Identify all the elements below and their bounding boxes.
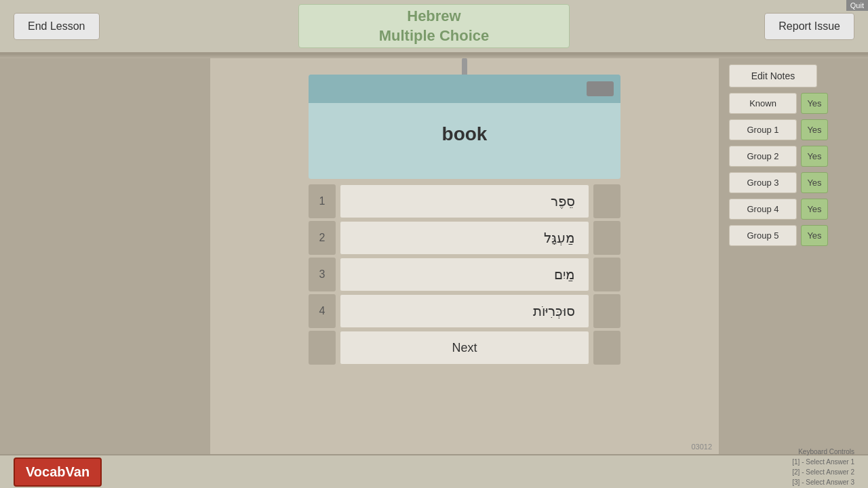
answer-row-2: 2 מַעְגָּל [309, 221, 620, 255]
question-word: book [309, 103, 620, 179]
group-3-button[interactable]: Group 3 [729, 172, 797, 193]
answer-number-1: 1 [309, 184, 336, 218]
answer-number-3: 3 [309, 258, 336, 291]
next-side-left [309, 331, 336, 365]
group-2-button[interactable]: Group 2 [729, 146, 797, 167]
top-separator [0, 54, 868, 58]
card-toggle-button[interactable] [587, 81, 614, 96]
vocabvan-logo: VocabVan [14, 458, 102, 487]
keyboard-line1: [1] - Select Answer 1 [792, 457, 854, 467]
group-4-row: Group 4 Yes [729, 199, 858, 220]
next-row: Next [309, 331, 620, 365]
group-1-row: Group 1 Yes [729, 119, 858, 140]
report-issue-button[interactable]: Report Issue [764, 13, 854, 40]
keyboard-line2: [2] - Select Answer 2 [792, 467, 854, 477]
title-box: Hebrew Multiple Choice [298, 4, 570, 48]
group-2-yes-button[interactable]: Yes [801, 146, 828, 167]
card-code: 03012 [691, 443, 712, 451]
center-content: book 1 סֵפֶר 2 מַעְגָּל 3 מַיִם 4 סוּכְּ [210, 54, 719, 454]
next-side-right [593, 331, 620, 365]
end-lesson-button[interactable]: End Lesson [14, 13, 100, 40]
group-5-row: Group 5 Yes [729, 225, 858, 246]
group-3-yes-button[interactable]: Yes [801, 172, 828, 193]
answer-button-1[interactable]: סֵפֶר [340, 184, 589, 218]
group-2-row: Group 2 Yes [729, 146, 858, 167]
page-title: Hebrew Multiple Choice [379, 7, 490, 45]
known-row: Known Yes [729, 93, 858, 114]
question-card-header [309, 75, 620, 103]
right-sidebar: Edit Notes Known Yes Group 1 Yes Group 2… [719, 54, 868, 454]
answer-button-4[interactable]: סוּכְּרִיּוֹת [340, 294, 589, 328]
answer-side-1 [593, 184, 620, 218]
answer-side-4 [593, 294, 620, 328]
edit-notes-button[interactable]: Edit Notes [729, 64, 817, 87]
known-button[interactable]: Known [729, 93, 797, 114]
answer-button-3[interactable]: מַיִם [340, 258, 589, 291]
group-1-yes-button[interactable]: Yes [801, 119, 828, 140]
known-yes-button[interactable]: Yes [801, 93, 828, 114]
group-5-button[interactable]: Group 5 [729, 225, 797, 246]
answer-row-3: 3 מַיִם [309, 258, 620, 291]
group-5-yes-button[interactable]: Yes [801, 225, 828, 246]
group-4-yes-button[interactable]: Yes [801, 199, 828, 220]
answers-container: 1 סֵפֶר 2 מַעְגָּל 3 מַיִם 4 סוּכְּרִיּו… [309, 184, 620, 328]
keyboard-line3: [3] - Select Answer 3 [792, 477, 854, 487]
answer-number-4: 4 [309, 294, 336, 328]
quit-button[interactable]: Quit [846, 0, 868, 11]
group-4-button[interactable]: Group 4 [729, 199, 797, 220]
main-area: book 1 סֵפֶר 2 מַעְגָּל 3 מַיִם 4 סוּכְּ [0, 54, 868, 454]
answer-side-3 [593, 258, 620, 291]
bottom-bar: VocabVan Keyboard Controls [1] - Select … [0, 454, 868, 488]
keyboard-controls: Keyboard Controls [1] - Select Answer 1 … [792, 447, 854, 489]
answer-side-2 [593, 221, 620, 255]
group-3-row: Group 3 Yes [729, 172, 858, 193]
group-1-button[interactable]: Group 1 [729, 119, 797, 140]
answer-row-1: 1 סֵפֶר [309, 184, 620, 218]
left-sidebar [0, 54, 210, 454]
next-button[interactable]: Next [340, 331, 589, 365]
answer-button-2[interactable]: מַעְגָּל [340, 221, 589, 255]
answer-row-4: 4 סוּכְּרִיּוֹת [309, 294, 620, 328]
keyboard-title: Keyboard Controls [792, 447, 854, 457]
answer-number-2: 2 [309, 221, 336, 255]
question-card: book [309, 75, 620, 179]
top-bar: End Lesson Hebrew Multiple Choice Report… [0, 0, 868, 54]
